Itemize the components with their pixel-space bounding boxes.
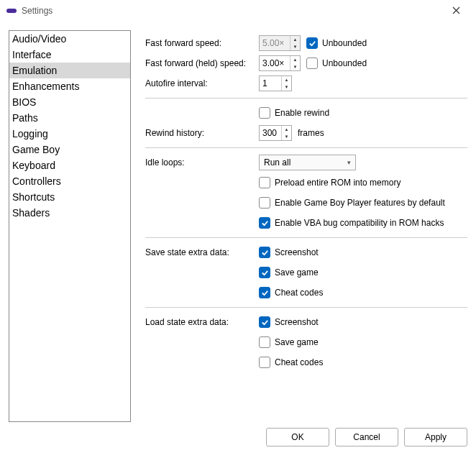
sidebar-item-paths[interactable]: Paths xyxy=(9,110,130,126)
checkbox-label: Screenshot xyxy=(275,317,319,327)
checkbox-label: Unbounded xyxy=(322,58,367,68)
checkbox-label: Unbounded xyxy=(322,38,367,48)
idle-loops-select[interactable]: Run all ▾ xyxy=(259,155,356,170)
rewind-history-label: Rewind history: xyxy=(145,128,259,138)
sidebar-item-shortcuts[interactable]: Shortcuts xyxy=(9,189,130,205)
separator xyxy=(145,307,467,308)
sidebar-item-logging[interactable]: Logging xyxy=(9,126,130,142)
svg-rect-0 xyxy=(6,9,17,13)
separator xyxy=(145,147,467,148)
ff-speed-input xyxy=(260,36,290,50)
ff-held-label: Fast forward (held) speed: xyxy=(145,58,259,68)
ff-speed-spinbox: ▲▼ xyxy=(259,35,301,51)
settings-panel: Fast forward speed: ▲▼ Unbounded Fast fo… xyxy=(131,30,467,422)
close-button[interactable] xyxy=(441,5,470,17)
enable-rewind-checkbox[interactable]: Enable rewind xyxy=(259,107,329,119)
apply-button[interactable]: Apply xyxy=(404,428,467,446)
sidebar-item-interface[interactable]: Interface xyxy=(9,47,130,63)
gbp-features-checkbox[interactable]: Enable Game Boy Player features by defau… xyxy=(259,197,445,209)
checkbox-label: Cheat codes xyxy=(275,288,323,298)
autofire-spinbox[interactable]: ▲▼ xyxy=(259,75,292,91)
spin-up-icon[interactable]: ▲ xyxy=(282,76,291,83)
checkbox-label: Save game xyxy=(275,337,319,347)
sidebar-item-emulation[interactable]: Emulation xyxy=(9,63,130,78)
sidebar-item-keyboard[interactable]: Keyboard xyxy=(9,157,130,173)
ff-held-unbounded-checkbox[interactable]: Unbounded xyxy=(306,58,367,69)
separator xyxy=(145,98,467,99)
save-extra-savegame-checkbox[interactable]: Save game xyxy=(259,267,319,278)
checkbox-label: Enable Game Boy Player features by defau… xyxy=(275,198,445,208)
save-extra-label: Save state extra data: xyxy=(145,247,259,257)
sidebar-item-enhancements[interactable]: Enhancements xyxy=(9,78,130,94)
ff-held-input[interactable] xyxy=(260,56,290,70)
checkbox-label: Enable rewind xyxy=(275,108,329,118)
select-value: Run all xyxy=(264,157,290,168)
separator xyxy=(145,237,467,238)
autofire-input[interactable] xyxy=(260,76,281,91)
checkbox-label: Save game xyxy=(275,267,319,278)
sidebar-item-game-boy[interactable]: Game Boy xyxy=(9,142,130,157)
checkbox-label: Screenshot xyxy=(275,247,319,257)
sidebar-item-audio-video[interactable]: Audio/Video xyxy=(9,31,130,47)
chevron-down-icon: ▾ xyxy=(347,159,351,166)
app-icon xyxy=(6,5,17,17)
dialog-footer: OK Cancel Apply xyxy=(0,422,476,455)
checkbox-label: Cheat codes xyxy=(275,357,323,367)
sidebar-item-bios[interactable]: BIOS xyxy=(9,94,130,110)
ff-speed-unbounded-checkbox[interactable]: Unbounded xyxy=(306,37,367,49)
load-extra-screenshot-checkbox[interactable]: Screenshot xyxy=(259,316,319,328)
sidebar: Audio/Video Interface Emulation Enhancem… xyxy=(9,30,131,422)
ff-speed-label: Fast forward speed: xyxy=(145,38,259,48)
titlebar: Settings xyxy=(0,0,476,22)
ok-button[interactable]: OK xyxy=(266,428,329,446)
checkbox-label: Enable VBA bug compatibility in ROM hack… xyxy=(275,218,444,228)
spin-down-icon[interactable]: ▼ xyxy=(282,83,291,91)
spin-down-icon[interactable]: ▼ xyxy=(282,133,291,140)
idle-loops-label: Idle loops: xyxy=(145,157,259,168)
window-title: Settings xyxy=(22,6,52,16)
cancel-button[interactable]: Cancel xyxy=(335,428,398,446)
rewind-history-unit: frames xyxy=(298,128,324,138)
preload-rom-checkbox[interactable]: Preload entire ROM into memory xyxy=(259,177,401,188)
spin-up-icon[interactable]: ▲ xyxy=(290,56,300,63)
rewind-history-input[interactable] xyxy=(260,126,281,140)
load-extra-label: Load state extra data: xyxy=(145,317,259,327)
ff-held-spinbox[interactable]: ▲▼ xyxy=(259,55,301,71)
spin-up-icon: ▲ xyxy=(290,36,300,43)
save-extra-cheat-checkbox[interactable]: Cheat codes xyxy=(259,287,323,298)
spin-up-icon[interactable]: ▲ xyxy=(282,126,291,133)
vba-compat-checkbox[interactable]: Enable VBA bug compatibility in ROM hack… xyxy=(259,217,444,229)
checkbox-label: Preload entire ROM into memory xyxy=(275,178,401,188)
sidebar-item-controllers[interactable]: Controllers xyxy=(9,173,130,189)
spin-down-icon[interactable]: ▼ xyxy=(290,63,300,70)
save-extra-screenshot-checkbox[interactable]: Screenshot xyxy=(259,247,319,258)
rewind-history-spinbox[interactable]: ▲▼ xyxy=(259,125,292,141)
load-extra-cheat-checkbox[interactable]: Cheat codes xyxy=(259,357,323,368)
spin-down-icon: ▼ xyxy=(290,43,300,50)
autofire-label: Autofire interval: xyxy=(145,78,259,88)
load-extra-savegame-checkbox[interactable]: Save game xyxy=(259,336,319,348)
sidebar-item-shaders[interactable]: Shaders xyxy=(9,205,130,221)
